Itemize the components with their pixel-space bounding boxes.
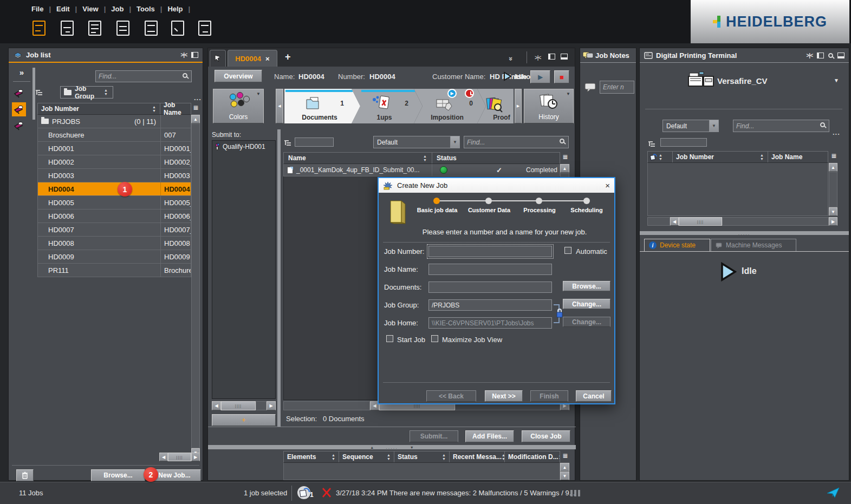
scrollbar-track[interactable] <box>722 217 829 226</box>
step-imposition[interactable]: ▶ 0 Imposition <box>414 89 486 123</box>
finish-button[interactable]: Finish <box>530 390 568 402</box>
browse-documents-button[interactable]: Browse... <box>563 281 610 291</box>
scrollbar-thumb[interactable] <box>168 453 191 461</box>
scroll-right-button[interactable] <box>191 453 200 461</box>
column-device[interactable] <box>648 152 673 162</box>
column-config-icon[interactable] <box>561 154 570 160</box>
machine-tool-icon[interactable] <box>116 21 129 36</box>
printer-status-icon[interactable] <box>297 486 311 501</box>
column-job-number[interactable]: Job Number <box>673 152 768 162</box>
add-tab-icon[interactable]: + <box>285 51 291 63</box>
sort-icon[interactable] <box>332 454 337 461</box>
job-row-selected[interactable]: HD0004 HD0004 1 <box>37 182 191 196</box>
new-job-tool-icon[interactable] <box>33 21 46 36</box>
overview-button[interactable]: Overview <box>215 70 262 82</box>
expand-strip-icon[interactable]: » <box>12 68 31 77</box>
scroll-left-button[interactable] <box>212 401 221 410</box>
status-message[interactable]: 3/27/18 3:24 PM There are new messages: … <box>336 489 575 497</box>
search-icon[interactable] <box>560 139 564 143</box>
menu-edit[interactable]: Edit <box>51 5 75 13</box>
sort-icon[interactable] <box>760 154 765 161</box>
job-row[interactable]: HD0003HD0003 <box>37 169 191 182</box>
tree-view-icon[interactable] <box>36 90 43 95</box>
history-button[interactable]: History <box>524 89 574 123</box>
filter-megaphone-icon-1[interactable] <box>12 86 26 100</box>
job-row[interactable]: Broschuere007 <box>37 128 191 142</box>
sort-icon[interactable] <box>423 155 428 162</box>
prinect-logo-tab[interactable] <box>210 50 226 67</box>
job-search-input[interactable] <box>95 70 192 82</box>
float-panel-icon[interactable] <box>191 52 198 58</box>
scroll-left-button[interactable] <box>670 217 679 226</box>
add-submit-target-button[interactable]: + <box>212 414 276 426</box>
submit-button[interactable]: Submit... <box>410 430 458 442</box>
stop-job-button[interactable]: ■ <box>554 70 569 83</box>
colors-button[interactable]: Colors <box>213 89 264 123</box>
overflow-dots[interactable] <box>833 128 840 136</box>
scrollbar-track[interactable] <box>256 401 267 410</box>
job-number-input[interactable] <box>428 246 552 257</box>
column-recent-message[interactable]: Recent Messa... <box>450 451 505 462</box>
maximize-job-view-checkbox[interactable] <box>431 335 438 342</box>
settings-tool-icon[interactable] <box>88 21 101 36</box>
scroll-up-button[interactable] <box>560 463 569 472</box>
scroll-down-button[interactable] <box>560 472 569 480</box>
steps-scroll-right[interactable]: ▶ <box>515 89 522 123</box>
float-panel-icon[interactable] <box>817 53 824 58</box>
job-row[interactable]: HD0002HD0002_ <box>37 155 191 169</box>
sort-icon[interactable] <box>558 454 560 461</box>
vertical-splitter[interactable] <box>277 129 281 427</box>
job-row[interactable]: HD0009HD0009 <box>37 250 191 264</box>
back-button[interactable]: << Back <box>426 390 476 402</box>
job-row[interactable]: HD0007HD0007_ <box>37 223 191 237</box>
layout-panel-icon[interactable] <box>837 53 844 58</box>
automatic-checkbox[interactable] <box>564 247 571 254</box>
next-button[interactable]: Next >> <box>485 390 523 402</box>
note-input[interactable] <box>600 81 634 94</box>
menu-tools[interactable]: Tools <box>131 5 160 13</box>
column-name[interactable]: Name <box>284 153 432 163</box>
job-group-row[interactable]: PRJOBS (0 | 11) <box>37 115 191 128</box>
change-job-home-button[interactable]: Change... <box>563 317 610 327</box>
column-status[interactable]: Status <box>432 154 560 162</box>
scroll-up-button[interactable] <box>191 115 200 123</box>
sort-icon[interactable] <box>442 454 447 461</box>
tab-device-state[interactable]: i Device state <box>644 239 710 251</box>
grip-dots[interactable] <box>570 490 580 496</box>
scrollbar-thumb[interactable] <box>221 401 256 410</box>
layout-panel-icon[interactable] <box>561 54 568 60</box>
change-job-group-button[interactable]: Change... <box>563 299 610 309</box>
strip-splitter[interactable] <box>33 68 35 120</box>
cancel-button[interactable]: Cancel <box>576 390 612 402</box>
job-row[interactable]: HD0001HD0001_ <box>37 142 191 155</box>
send-notification-icon[interactable] <box>826 487 840 500</box>
column-status[interactable]: Status <box>394 451 450 462</box>
search-icon[interactable] <box>183 73 187 78</box>
dpt-quick-filter-input[interactable] <box>660 138 707 147</box>
column-job-name[interactable]: Job Name <box>768 153 828 161</box>
zoom-icon[interactable] <box>828 53 833 58</box>
overflow-dots[interactable] <box>194 94 202 102</box>
dpt-splitter[interactable]: ..... <box>640 231 849 235</box>
float-panel-icon[interactable] <box>548 54 555 60</box>
menu-job[interactable]: Job <box>106 5 129 13</box>
job-row[interactable]: HD0008HD0008 <box>37 237 191 250</box>
sort-icon[interactable] <box>152 106 158 113</box>
column-sequence[interactable]: Sequence <box>339 451 394 462</box>
search-icon[interactable] <box>820 122 825 127</box>
horizontal-splitter[interactable]: ▲ ..... ▼ <box>208 445 576 449</box>
scroll-up-button[interactable] <box>560 164 569 173</box>
column-elements[interactable]: Elements <box>284 451 339 462</box>
column-job-name[interactable]: Job Name <box>160 101 191 116</box>
delete-job-button[interactable] <box>16 469 34 481</box>
import-tool-icon[interactable] <box>145 21 158 36</box>
job-row[interactable]: HD0006HD0006_ <box>37 210 191 223</box>
step-documents[interactable]: 1 Documents <box>284 89 360 123</box>
collapse-panel-icon[interactable] <box>181 52 187 58</box>
scrollbar-track[interactable] <box>191 123 200 448</box>
scrollbar-track[interactable] <box>647 217 670 226</box>
sort-icon[interactable] <box>659 154 664 161</box>
scrollbar-track[interactable] <box>829 172 837 207</box>
menu-view[interactable]: View <box>77 5 103 13</box>
steps-scroll-left[interactable]: ◀ <box>276 89 283 123</box>
